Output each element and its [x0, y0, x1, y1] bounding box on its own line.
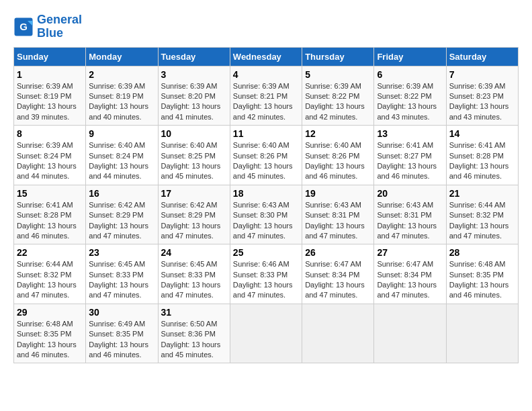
- sunrise-label: Sunrise: 6:41 AM: [17, 201, 73, 209]
- calendar-cell: 10 Sunrise: 6:40 AM Sunset: 8:25 PM Dayl…: [158, 126, 230, 185]
- day-info: Sunrise: 6:46 AM Sunset: 8:33 PM Dayligh…: [233, 259, 299, 301]
- calendar-cell: [230, 304, 302, 363]
- sunset-label: Sunset: 8:34 PM: [305, 271, 359, 279]
- sunrise-label: Sunrise: 6:39 AM: [377, 82, 433, 90]
- daylight-label: Daylight: 13 hours and 45 minutes.: [233, 162, 293, 180]
- daylight-label: Daylight: 13 hours and 47 minutes.: [17, 281, 77, 299]
- page-header: G General Blue: [13, 13, 519, 40]
- weekday-header: Wednesday: [230, 47, 302, 66]
- daylight-label: Daylight: 13 hours and 47 minutes.: [89, 222, 148, 240]
- sunset-label: Sunset: 8:33 PM: [161, 271, 216, 279]
- day-info: Sunrise: 6:40 AM Sunset: 8:24 PM Dayligh…: [89, 140, 154, 182]
- daylight-label: Daylight: 13 hours and 42 minutes.: [305, 102, 365, 120]
- day-info: Sunrise: 6:47 AM Sunset: 8:34 PM Dayligh…: [305, 259, 371, 301]
- day-info: Sunrise: 6:44 AM Sunset: 8:32 PM Dayligh…: [449, 200, 515, 242]
- day-number: 20: [377, 188, 443, 199]
- calendar-cell: 18 Sunrise: 6:43 AM Sunset: 8:30 PM Dayl…: [230, 185, 302, 244]
- sunset-label: Sunset: 8:29 PM: [89, 211, 143, 219]
- sunrise-label: Sunrise: 6:41 AM: [449, 141, 506, 149]
- calendar-cell: 19 Sunrise: 6:43 AM Sunset: 8:31 PM Dayl…: [302, 185, 374, 244]
- sunset-label: Sunset: 8:22 PM: [305, 92, 359, 100]
- sunset-label: Sunset: 8:24 PM: [89, 152, 143, 160]
- logo: G General Blue: [13, 13, 82, 40]
- day-info: Sunrise: 6:39 AM Sunset: 8:22 PM Dayligh…: [377, 81, 443, 123]
- sunrise-label: Sunrise: 6:39 AM: [233, 82, 290, 90]
- sunrise-label: Sunrise: 6:39 AM: [89, 82, 145, 90]
- day-info: Sunrise: 6:48 AM Sunset: 8:35 PM Dayligh…: [449, 259, 515, 301]
- calendar-cell: 30 Sunrise: 6:49 AM Sunset: 8:35 PM Dayl…: [86, 304, 158, 363]
- sunset-label: Sunset: 8:35 PM: [449, 271, 504, 279]
- day-info: Sunrise: 6:39 AM Sunset: 8:19 PM Dayligh…: [17, 81, 83, 123]
- sunset-label: Sunset: 8:35 PM: [17, 330, 71, 338]
- calendar-week-row: 1 Sunrise: 6:39 AM Sunset: 8:19 PM Dayli…: [14, 66, 519, 126]
- sunrise-label: Sunrise: 6:42 AM: [161, 201, 218, 209]
- calendar-cell: 23 Sunrise: 6:45 AM Sunset: 8:33 PM Dayl…: [86, 244, 158, 304]
- daylight-label: Daylight: 13 hours and 47 minutes.: [233, 281, 293, 299]
- sunset-label: Sunset: 8:30 PM: [233, 211, 287, 219]
- day-number: 1: [17, 69, 83, 80]
- sunrise-label: Sunrise: 6:40 AM: [161, 141, 218, 149]
- logo-icon: G: [13, 17, 34, 37]
- calendar-week-row: 8 Sunrise: 6:39 AM Sunset: 8:24 PM Dayli…: [14, 126, 519, 185]
- daylight-label: Daylight: 13 hours and 39 minutes.: [17, 102, 77, 120]
- svg-text:G: G: [19, 20, 28, 32]
- calendar-cell: 6 Sunrise: 6:39 AM Sunset: 8:22 PM Dayli…: [374, 66, 446, 126]
- day-info: Sunrise: 6:39 AM Sunset: 8:24 PM Dayligh…: [17, 140, 83, 182]
- day-number: 31: [161, 307, 227, 318]
- calendar-cell: 15 Sunrise: 6:41 AM Sunset: 8:28 PM Dayl…: [14, 185, 86, 244]
- calendar-cell: 27 Sunrise: 6:47 AM Sunset: 8:34 PM Dayl…: [374, 244, 446, 304]
- sunset-label: Sunset: 8:28 PM: [449, 152, 504, 160]
- calendar-cell: 24 Sunrise: 6:45 AM Sunset: 8:33 PM Dayl…: [158, 244, 230, 304]
- day-number: 7: [449, 69, 515, 80]
- calendar-body: 1 Sunrise: 6:39 AM Sunset: 8:19 PM Dayli…: [14, 66, 519, 363]
- day-info: Sunrise: 6:41 AM Sunset: 8:28 PM Dayligh…: [449, 140, 515, 182]
- daylight-label: Daylight: 13 hours and 45 minutes.: [161, 340, 221, 359]
- sunrise-label: Sunrise: 6:46 AM: [233, 260, 290, 268]
- calendar-cell: [446, 304, 518, 363]
- sunrise-label: Sunrise: 6:39 AM: [161, 82, 218, 90]
- daylight-label: Daylight: 13 hours and 47 minutes.: [89, 281, 148, 299]
- sunset-label: Sunset: 8:19 PM: [17, 92, 71, 100]
- sunrise-label: Sunrise: 6:43 AM: [377, 201, 433, 209]
- day-info: Sunrise: 6:43 AM Sunset: 8:30 PM Dayligh…: [233, 200, 299, 242]
- sunrise-label: Sunrise: 6:49 AM: [89, 320, 145, 328]
- daylight-label: Daylight: 13 hours and 46 minutes.: [17, 340, 77, 359]
- calendar-cell: 20 Sunrise: 6:43 AM Sunset: 8:31 PM Dayl…: [374, 185, 446, 244]
- sunrise-label: Sunrise: 6:39 AM: [305, 82, 361, 90]
- sunset-label: Sunset: 8:20 PM: [161, 92, 216, 100]
- daylight-label: Daylight: 13 hours and 46 minutes.: [17, 222, 77, 240]
- day-number: 6: [377, 69, 443, 80]
- calendar-cell: 16 Sunrise: 6:42 AM Sunset: 8:29 PM Dayl…: [86, 185, 158, 244]
- day-number: 24: [161, 247, 227, 258]
- day-info: Sunrise: 6:43 AM Sunset: 8:31 PM Dayligh…: [377, 200, 443, 242]
- sunrise-label: Sunrise: 6:40 AM: [233, 141, 290, 149]
- sunrise-label: Sunrise: 6:44 AM: [449, 201, 506, 209]
- sunrise-label: Sunrise: 6:44 AM: [17, 260, 73, 268]
- sunset-label: Sunset: 8:31 PM: [377, 211, 431, 219]
- sunset-label: Sunset: 8:36 PM: [161, 330, 216, 338]
- day-number: 14: [449, 128, 515, 139]
- day-info: Sunrise: 6:40 AM Sunset: 8:26 PM Dayligh…: [233, 140, 299, 182]
- calendar-header-row: SundayMondayTuesdayWednesdayThursdayFrid…: [14, 47, 519, 66]
- sunset-label: Sunset: 8:32 PM: [17, 271, 71, 279]
- sunset-label: Sunset: 8:31 PM: [305, 211, 359, 219]
- calendar-cell: 13 Sunrise: 6:41 AM Sunset: 8:27 PM Dayl…: [374, 126, 446, 185]
- daylight-label: Daylight: 13 hours and 47 minutes.: [161, 222, 221, 240]
- day-number: 27: [377, 247, 443, 258]
- sunset-label: Sunset: 8:25 PM: [161, 152, 216, 160]
- sunrise-label: Sunrise: 6:48 AM: [449, 260, 506, 268]
- daylight-label: Daylight: 13 hours and 40 minutes.: [89, 102, 148, 120]
- sunrise-label: Sunrise: 6:47 AM: [305, 260, 361, 268]
- calendar-cell: 31 Sunrise: 6:50 AM Sunset: 8:36 PM Dayl…: [158, 304, 230, 363]
- sunrise-label: Sunrise: 6:39 AM: [17, 141, 73, 149]
- calendar-cell: 22 Sunrise: 6:44 AM Sunset: 8:32 PM Dayl…: [14, 244, 86, 304]
- daylight-label: Daylight: 13 hours and 47 minutes.: [161, 281, 221, 299]
- logo-text: General Blue: [37, 13, 82, 40]
- day-number: 25: [233, 247, 299, 258]
- sunset-label: Sunset: 8:33 PM: [233, 271, 287, 279]
- day-info: Sunrise: 6:49 AM Sunset: 8:35 PM Dayligh…: [89, 319, 154, 361]
- calendar-cell: 25 Sunrise: 6:46 AM Sunset: 8:33 PM Dayl…: [230, 244, 302, 304]
- day-info: Sunrise: 6:43 AM Sunset: 8:31 PM Dayligh…: [305, 200, 371, 242]
- weekday-header: Sunday: [14, 47, 86, 66]
- day-info: Sunrise: 6:47 AM Sunset: 8:34 PM Dayligh…: [377, 259, 443, 301]
